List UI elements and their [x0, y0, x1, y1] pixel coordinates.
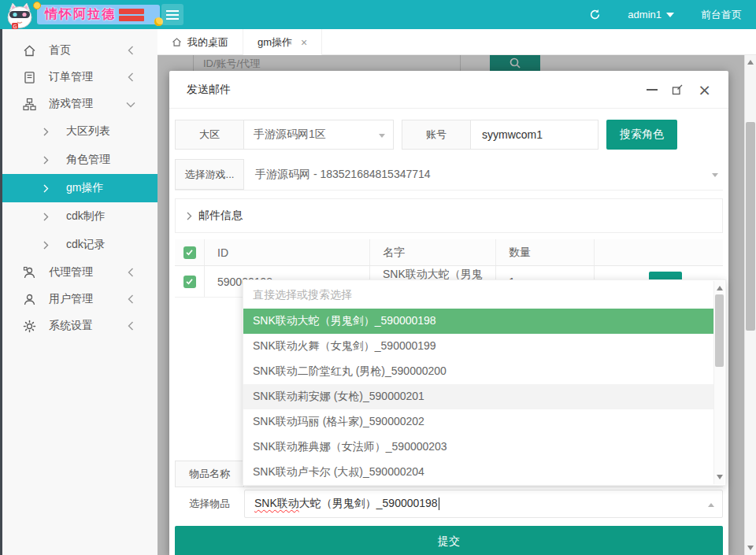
chevron-down-icon — [379, 134, 385, 138]
scroll-down-arrow-icon[interactable] — [747, 546, 754, 550]
sidebar-item-label: 角色管理 — [66, 153, 110, 167]
dialog-header: 发送邮件 × — [169, 71, 728, 109]
chevron-down-icon — [126, 102, 135, 108]
chevron-left-icon — [128, 321, 134, 331]
sidebar-item-orders[interactable]: 订单管理 — [2, 64, 158, 91]
user-icon — [23, 293, 36, 306]
tab-desktop[interactable]: 我的桌面 — [158, 29, 243, 55]
scroll-up-arrow-icon[interactable] — [717, 286, 723, 290]
sidebar-item-label: 大区列表 — [66, 124, 110, 139]
account-input[interactable] — [471, 120, 598, 150]
mascot-cat-icon: G — [5, 2, 35, 30]
close-tab-icon[interactable]: × — [301, 36, 307, 49]
dropdown-option[interactable]: SNK联动火舞（女鬼剑）_590000199 — [243, 334, 713, 359]
logo-badge — [119, 16, 144, 21]
tab-bar: 我的桌面 gm操作 × — [158, 29, 756, 55]
sitemap-icon — [23, 98, 36, 111]
sidebar-item-system-settings[interactable]: 系统设置 — [2, 313, 158, 339]
user-dropdown[interactable]: admin1 — [628, 9, 674, 20]
row-checkbox[interactable] — [183, 276, 196, 288]
select-game-value: 手游源码网 - 183521684815347714 — [255, 168, 431, 182]
sidebar-item-label: cdk记录 — [66, 238, 106, 252]
tab-label: 我的桌面 — [187, 35, 228, 50]
username: admin1 — [628, 9, 662, 20]
select-item-row: 选择物品 SNK联动大蛇（男鬼剑）_590000198 — [175, 490, 723, 518]
dropdown-scrollbar[interactable] — [713, 281, 724, 484]
chevron-right-icon — [43, 128, 49, 136]
logo-title: 情怀阿拉德 — [45, 6, 116, 23]
select-game-select[interactable]: 手游源码网 - 183521684815347714 — [244, 159, 723, 190]
home-icon — [23, 44, 36, 57]
select-item-label: 选择物品 — [175, 497, 244, 511]
sidebar-item-gm-operation[interactable]: gm操作 — [2, 174, 158, 202]
dropdown-search-input[interactable] — [253, 288, 706, 301]
region-account-row: 大区 手游源码网1区 账号 搜索角色 — [175, 120, 723, 150]
scrollbar-thumb[interactable] — [715, 294, 724, 367]
select-game-label: 选择游戏... — [175, 159, 244, 190]
sidebar-item-user-management[interactable]: 用户管理 — [2, 286, 158, 313]
chevron-up-icon — [708, 503, 714, 507]
chevron-down-icon — [666, 13, 674, 17]
scroll-up-arrow-icon[interactable] — [747, 60, 754, 65]
region-select[interactable]: 手游源码网1区 — [244, 120, 394, 150]
dropdown-option[interactable]: SNK联动雅典娜（女法师）_590000203 — [243, 435, 713, 460]
sidebar-item-label: 用户管理 — [49, 292, 93, 306]
sidebar-item-label: cdk制作 — [66, 209, 106, 224]
sidebar-item-label: 游戏管理 — [49, 97, 93, 111]
dropdown-option[interactable]: SNK联动二阶堂红丸 (男枪)_590000200 — [243, 359, 713, 384]
submit-button[interactable]: 提交 — [175, 526, 723, 555]
hamburger-icon — [166, 14, 179, 16]
page-scrollbar[interactable] — [744, 55, 756, 555]
dropdown-option[interactable]: SNK联动玛丽 (格斗家)_590000202 — [243, 409, 713, 435]
search-role-button[interactable]: 搜索角色 — [606, 120, 677, 150]
sidebar-item-cdk-create[interactable]: cdk制作 — [2, 202, 158, 231]
tab-gm-operation[interactable]: gm操作 × — [243, 29, 322, 55]
svg-text:G: G — [13, 23, 17, 29]
dropdown-option[interactable]: SNK联动大蛇（男鬼剑）_590000198 — [243, 309, 713, 334]
refresh-icon — [589, 9, 601, 20]
refresh-button[interactable] — [589, 9, 601, 20]
select-item-value-rest: 大蛇（男鬼剑）_590000198 — [299, 497, 438, 511]
frontend-home-link[interactable]: 前台首页 — [701, 8, 742, 22]
dropdown-option[interactable]: SNK联动卢卡尔 (大叔)_590000204 — [243, 460, 713, 485]
region-label: 大区 — [175, 120, 244, 150]
chevron-right-icon — [43, 184, 49, 193]
maximize-icon[interactable] — [672, 83, 684, 95]
logo-badge — [119, 9, 144, 14]
chevron-right-icon — [43, 156, 49, 165]
logo-banner: 情怀阿拉德 — [37, 5, 160, 24]
send-mail-dialog: 发送邮件 × 大区 手游源码网1区 账号 搜索角色 — [169, 71, 728, 555]
scroll-down-arrow-icon[interactable] — [717, 475, 723, 479]
minimize-icon[interactable] — [647, 89, 658, 91]
chevron-right-icon — [43, 213, 49, 221]
text-cursor — [439, 498, 439, 510]
sidebar-item-cdk-records[interactable]: cdk记录 — [2, 231, 158, 259]
select-all-checkbox[interactable] — [183, 246, 196, 259]
chevron-left-icon — [128, 294, 134, 304]
region-select-value: 手游源码网1区 — [254, 128, 326, 142]
order-icon — [23, 71, 36, 84]
sidebar-item-role-management[interactable]: 角色管理 — [2, 146, 158, 174]
close-icon[interactable]: × — [698, 82, 711, 98]
chevron-left-icon — [128, 268, 134, 277]
check-icon — [185, 277, 194, 286]
chevron-right-icon — [43, 241, 49, 250]
table-header-row: ID 名字 数量 — [175, 239, 723, 266]
mail-info-collapse-header[interactable]: 邮件信息 — [175, 198, 723, 233]
sidebar-item-region-list[interactable]: 大区列表 — [2, 117, 158, 146]
sidebar-item-label: 首页 — [49, 43, 71, 57]
dropdown-option[interactable]: SNK联动莉安娜 (女枪)_590000201 — [243, 384, 713, 409]
sidebar-item-home[interactable]: 首页 — [2, 37, 158, 64]
sidebar-item-agent-management[interactable]: 代理管理 — [2, 259, 158, 286]
select-game-row: 选择游戏... 手游源码网 - 183521684815347714 — [175, 159, 723, 191]
topbar: G 情怀阿拉德 admin1 — [0, 0, 756, 29]
column-header-qty: 数量 — [496, 239, 595, 265]
logo-badge-group — [119, 9, 144, 21]
select-item-input[interactable]: SNK联动大蛇（男鬼剑）_590000198 — [244, 490, 723, 518]
select-item-value-typo: SNK联动 — [254, 497, 299, 511]
gear-icon — [23, 320, 36, 333]
sidebar-toggle-button[interactable] — [161, 4, 183, 25]
logo-smiley-icon — [33, 2, 41, 9]
scrollbar-thumb[interactable] — [746, 122, 755, 331]
sidebar-item-game-management[interactable]: 游戏管理 — [2, 91, 158, 117]
